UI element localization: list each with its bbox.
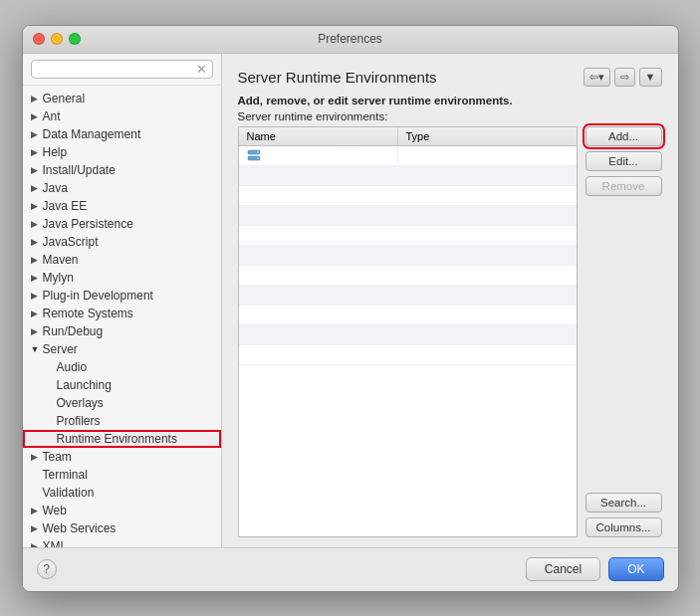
arrow-icon: ▶ xyxy=(31,129,41,139)
sidebar-item-label: Server xyxy=(43,342,78,356)
back-button[interactable]: ⇦▾ xyxy=(583,68,610,87)
sidebar-item-label: Mylyn xyxy=(43,271,74,285)
arrow-icon: ▶ xyxy=(31,165,41,175)
table-row-empty-4 xyxy=(239,226,577,246)
sidebar-item-label: Data Management xyxy=(43,127,141,141)
search-input-wrap: ✕ xyxy=(31,60,213,79)
sidebar-item-label: General xyxy=(43,92,86,105)
arrow-icon: ▶ xyxy=(31,326,41,336)
remove-button[interactable]: Remove xyxy=(585,176,662,196)
search-button[interactable]: Search... xyxy=(585,493,662,513)
arrow-icon: ▶ xyxy=(31,183,41,193)
ok-button[interactable]: OK xyxy=(608,557,663,581)
sidebar-item-label: Java EE xyxy=(43,199,88,213)
table-row[interactable]: Apache Tomcat v7.0 Apache Tomcat v7.0 xyxy=(239,146,577,166)
col-name-header: Name xyxy=(239,127,398,145)
section-label: Server runtime environments: xyxy=(238,110,662,122)
arrow-icon: ▶ xyxy=(31,273,41,283)
search-bar: ✕ xyxy=(23,54,221,86)
runtime-table: Name Type Ap xyxy=(238,126,578,537)
main-content: ✕ ▶ General ▶ Ant ▶ Data Management xyxy=(23,54,678,547)
table-row-empty-5 xyxy=(239,246,577,266)
sidebar-item-runtime-environments[interactable]: ▶ Runtime Environments xyxy=(23,430,221,448)
cancel-button[interactable]: Cancel xyxy=(526,557,600,581)
sidebar-item-label: Team xyxy=(43,450,72,464)
cell-type: Apache Tomcat v7.0 xyxy=(398,147,577,163)
arrow-icon: ▶ xyxy=(31,308,41,318)
sidebar: ✕ ▶ General ▶ Ant ▶ Data Management xyxy=(23,54,222,547)
arrow-icon: ▶ xyxy=(31,219,41,229)
svg-point-3 xyxy=(257,157,259,159)
maximize-button[interactable] xyxy=(69,33,81,45)
arrow-icon: ▶ xyxy=(31,523,41,533)
arrow-icon: ▶ xyxy=(31,452,41,462)
forward-button[interactable]: ⇨ xyxy=(614,68,635,87)
sidebar-item-java-persistence[interactable]: ▶ Java Persistence xyxy=(23,215,221,233)
sidebar-item-web-services[interactable]: ▶ Web Services xyxy=(23,519,221,537)
description-bold: Add, remove, or edit server runtime envi… xyxy=(238,95,513,106)
sidebar-item-label: Help xyxy=(43,145,68,159)
arrow-icon: ▶ xyxy=(31,291,41,301)
main-panel: Server Runtime Environments ⇦▾ ⇨ ▼ Add, … xyxy=(222,54,678,547)
sidebar-item-label: Terminal xyxy=(43,468,88,482)
window-title: Preferences xyxy=(318,32,382,46)
edit-button[interactable]: Edit... xyxy=(585,151,662,171)
arrow-icon: ▶ xyxy=(31,506,41,515)
sidebar-item-label: Runtime Environments xyxy=(57,432,177,446)
footer: ? Cancel OK xyxy=(23,547,678,591)
sidebar-item-overlays[interactable]: ▶ Overlays xyxy=(23,394,221,412)
sidebar-item-plugin-development[interactable]: ▶ Plug-in Development xyxy=(23,287,221,305)
sidebar-item-audio[interactable]: ▶ Audio xyxy=(23,358,221,376)
sidebar-item-label: JavaScript xyxy=(43,235,99,249)
sidebar-item-launching[interactable]: ▶ Launching xyxy=(23,376,221,394)
sidebar-item-javascript[interactable]: ▶ JavaScript xyxy=(23,233,221,251)
help-button[interactable]: ? xyxy=(37,559,57,579)
search-input[interactable] xyxy=(37,63,196,75)
arrow-icon: ▶ xyxy=(31,94,41,103)
table-row-empty-8 xyxy=(239,306,577,325)
sidebar-item-validation[interactable]: ▶ Validation xyxy=(23,484,221,502)
sidebar-item-label: XML xyxy=(43,539,68,547)
close-button[interactable] xyxy=(33,33,45,45)
table-row-empty-3 xyxy=(239,206,577,226)
panel-title: Server Runtime Environments xyxy=(238,69,437,86)
sidebar-item-java-ee[interactable]: ▶ Java EE xyxy=(23,197,221,215)
sidebar-item-profilers[interactable]: ▶ Profilers xyxy=(23,412,221,430)
table-row-empty-6 xyxy=(239,266,577,286)
sidebar-item-label: Java xyxy=(43,181,68,195)
sidebar-item-general[interactable]: ▶ General xyxy=(23,90,221,107)
arrow-icon: ▶ xyxy=(31,255,41,265)
sidebar-item-web[interactable]: ▶ Web xyxy=(23,502,221,519)
sidebar-item-help[interactable]: ▶ Help xyxy=(23,143,221,161)
add-button[interactable]: Add... xyxy=(585,126,662,146)
sidebar-item-label: Remote Systems xyxy=(43,307,133,320)
table-row-empty-1 xyxy=(239,166,577,186)
sidebar-item-xml[interactable]: ▶ XML xyxy=(23,537,221,547)
columns-button[interactable]: Columns... xyxy=(585,517,662,537)
sidebar-item-remote-systems[interactable]: ▶ Remote Systems xyxy=(23,305,221,322)
minimize-button[interactable] xyxy=(51,33,63,45)
arrow-icon: ▶ xyxy=(31,237,41,247)
sidebar-item-mylyn[interactable]: ▶ Mylyn xyxy=(23,269,221,287)
menu-button[interactable]: ▼ xyxy=(639,68,662,87)
search-clear-icon[interactable]: ✕ xyxy=(196,63,207,76)
sidebar-item-install-update[interactable]: ▶ Install/Update xyxy=(23,161,221,179)
footer-buttons: Cancel OK xyxy=(526,557,664,581)
sidebar-item-java[interactable]: ▶ Java xyxy=(23,179,221,197)
sidebar-item-run-debug[interactable]: ▶ Run/Debug xyxy=(23,322,221,340)
sidebar-item-label: Overlays xyxy=(57,396,104,410)
description-text: Add, remove, or edit server runtime envi… xyxy=(238,95,662,106)
cell-name: Apache Tomcat v7.0 xyxy=(239,146,398,164)
server-icon xyxy=(247,148,261,162)
sidebar-item-server[interactable]: ▼ Server xyxy=(23,340,221,358)
window-controls xyxy=(33,33,81,45)
sidebar-item-terminal[interactable]: ▶ Terminal xyxy=(23,466,221,484)
sidebar-item-label: Maven xyxy=(43,253,79,267)
sidebar-item-team[interactable]: ▶ Team xyxy=(23,448,221,466)
preferences-window: Preferences ✕ ▶ General ▶ Ant xyxy=(22,25,679,592)
col-type-header: Type xyxy=(398,127,577,145)
sidebar-item-data-management[interactable]: ▶ Data Management xyxy=(23,125,221,143)
sidebar-item-ant[interactable]: ▶ Ant xyxy=(23,107,221,125)
sidebar-item-maven[interactable]: ▶ Maven xyxy=(23,251,221,269)
table-area: Name Type Ap xyxy=(238,126,662,537)
